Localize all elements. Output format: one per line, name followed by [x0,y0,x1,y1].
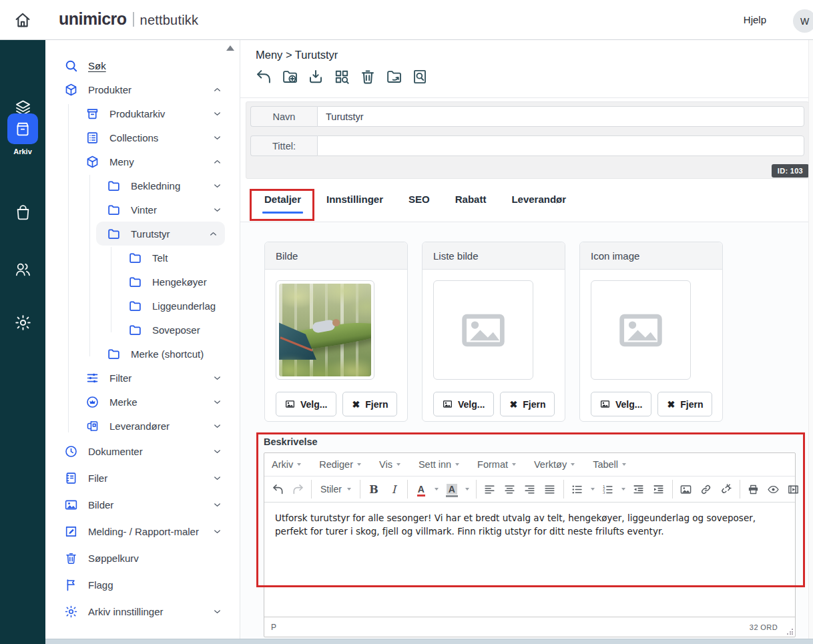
editor-menu-verktøy[interactable]: Verktøy [534,459,575,470]
highlight-color-button[interactable]: A [443,480,461,499]
chevron-down-icon[interactable] [212,500,222,510]
align-right-button[interactable] [521,480,539,499]
element-path[interactable]: P [271,623,276,632]
resize-grip-icon[interactable] [787,629,793,635]
name-input[interactable] [317,106,804,127]
sidebar-item-telt[interactable]: Telt [45,246,240,270]
bold-button[interactable]: B [364,480,383,499]
remove-image-button[interactable]: ✖Fjern [342,392,397,416]
title-input[interactable] [317,135,804,156]
editor-menu-rediger[interactable]: Rediger [319,459,361,470]
bottom-scrollbar-strip[interactable] [45,639,813,644]
sidebar-item-dokumenter[interactable]: Dokumenter [45,438,240,464]
help-link[interactable]: Hjelp [744,14,766,25]
chevron-down-icon[interactable] [212,527,222,537]
chevron-down-icon[interactable] [212,181,222,191]
rail-item-users[interactable] [0,260,45,278]
media-button[interactable] [784,480,803,499]
tab-leverandør[interactable]: Leverandør [511,194,566,214]
redo-button[interactable] [288,480,307,499]
unlink-button[interactable] [717,480,736,499]
choose-image-button[interactable]: Velg... [276,392,336,416]
avatar[interactable]: W [793,9,813,33]
align-justify-button[interactable] [541,480,559,499]
preview-button[interactable] [764,480,783,499]
styles-select[interactable]: Stiler [316,480,356,499]
numbered-list-button[interactable]: 123 [599,480,617,499]
add-folder-icon[interactable] [281,68,298,85]
scroll-up-icon[interactable] [226,45,234,51]
preview-doc-icon[interactable] [411,68,429,85]
sidebar-item-melding-rapport-maler[interactable]: Melding- / Rapport-maler [45,518,240,545]
chevron-down-icon[interactable] [212,373,222,383]
editor-menu-arkiv[interactable]: Arkiv [272,459,301,470]
text-color-button[interactable]: A [412,480,431,499]
sidebar-item-søppelkurv[interactable]: Søppelkurv [45,545,240,571]
chevron-down-icon[interactable] [212,133,222,143]
editor-menu-sett-inn[interactable]: Sett inn [419,459,459,470]
sidebar-item-bekledning[interactable]: Bekledning [45,174,240,198]
bullet-list-button[interactable] [568,480,587,499]
remove-image-button[interactable]: ✖Fjern [657,392,712,416]
sidebar-item-turutstyr[interactable]: Turutstyr [96,222,225,246]
sidebar-item-vinter[interactable]: Vinter [45,198,240,222]
chevron-up-icon[interactable] [212,85,222,95]
sidebar-item-liggeunderlag[interactable]: Liggeunderlag [45,294,240,318]
chevron-up-icon[interactable] [208,229,218,239]
sidebar-item-filter[interactable]: Filter [45,366,240,390]
tab-rabatt[interactable]: Rabatt [455,194,487,214]
sidebar-item-merke[interactable]: Merke [45,390,240,414]
sidebar-item-produkter[interactable]: Produkter [45,77,240,101]
chevron-down-icon[interactable] [212,205,222,215]
chevron-down-icon[interactable] [212,607,222,617]
import-icon[interactable] [307,68,324,85]
sidebar-item-meny[interactable]: Meny [45,149,240,174]
outdent-button[interactable] [629,480,648,499]
chevron-down-icon[interactable] [212,421,222,431]
insert-image-button[interactable] [677,480,696,499]
rail-item-settings[interactable] [0,314,45,332]
align-left-button[interactable] [481,480,499,499]
sidebar-item-flagg[interactable]: Flagg [45,571,240,598]
editor-menu-format[interactable]: Format [477,459,516,470]
image-thumbnail[interactable] [276,280,374,380]
sidebar-item-soveposer[interactable]: Soveposer [45,318,240,342]
chevron-down-icon[interactable] [212,109,222,119]
print-button[interactable] [744,480,763,499]
indent-button[interactable] [649,480,668,499]
tab-detaljer[interactable]: Detaljer [264,194,301,214]
highlight-color-caret[interactable] [463,480,472,499]
chevron-down-icon[interactable] [212,473,222,483]
editor-content[interactable]: Utforsk turutstyr for alle sesonger! Vi … [264,503,795,617]
text-color-caret[interactable] [432,480,441,499]
link-button[interactable] [697,480,716,499]
italic-button[interactable]: I [384,480,403,499]
rail-item-shopping-bag[interactable] [0,204,45,222]
chevron-down-icon[interactable] [212,397,222,407]
tab-innstillinger[interactable]: Innstillinger [326,194,383,214]
chevron-up-icon[interactable] [212,157,222,167]
main-scrollbar-track[interactable] [808,40,813,644]
sidebar-item-produktarkiv[interactable]: Produktarkiv [45,101,240,125]
tab-seo[interactable]: SEO [409,194,430,214]
chevron-down-icon[interactable] [212,446,222,456]
choose-image-button[interactable]: Velg... [433,392,494,416]
bullet-list-caret[interactable] [588,480,597,499]
sidebar-item-collections[interactable]: Collections [45,125,240,149]
sidebar-item-hengekøyer[interactable]: Hengekøyer [45,270,240,294]
sidebar-item-bilder[interactable]: Bilder [45,491,240,518]
editor-menu-vis[interactable]: Vis [379,459,400,470]
align-center-button[interactable] [501,480,519,499]
editor-menu-tabell[interactable]: Tabell [593,459,626,470]
home-icon[interactable] [13,11,32,29]
sidebar-item-søk[interactable]: Søk [45,53,240,77]
sidebar-item-filer[interactable]: Filer [45,464,240,491]
sidebar-item-arkiv-innstillinger[interactable]: Arkiv innstillinger [45,598,240,625]
browse-grid-icon[interactable] [333,68,350,85]
delete-icon[interactable] [359,68,376,85]
sidebar-item-leverandører[interactable]: Leverandører [45,414,240,438]
rail-item-arkiv[interactable]: Arkiv [7,113,38,155]
back-icon[interactable] [255,68,272,85]
undo-button[interactable] [268,480,287,499]
sidebar-item-merke-shortcut-[interactable]: Merke (shortcut) [45,342,240,366]
